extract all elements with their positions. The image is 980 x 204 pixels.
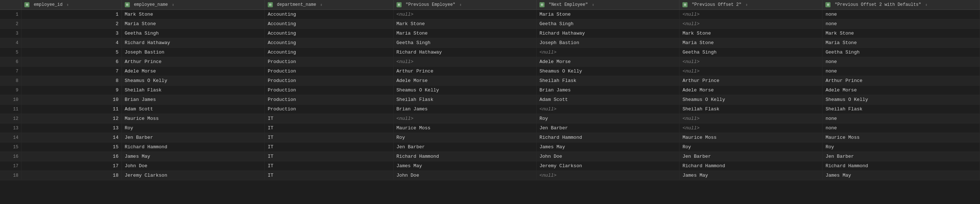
table-cell: none — [822, 67, 980, 76]
table-cell: Geetha Singh — [393, 38, 536, 48]
cell-value: 6 — [116, 59, 119, 64]
cell-value: Geetha Singh — [826, 50, 859, 55]
table-cell: Sheamus O Kelly — [393, 86, 536, 95]
cell-value: Maurice Moss — [396, 125, 431, 131]
table-cell: Sheilah Flask — [393, 95, 536, 104]
table-row: 1515Richard HammondITJen BarberJames May… — [0, 143, 980, 152]
row-number: 17 — [0, 161, 21, 171]
cell-value: 13 — [113, 125, 119, 131]
table-cell: James May — [679, 171, 822, 180]
col-label-prev-offset2: "Previous Offset 2" — [692, 2, 741, 7]
cell-value: Mark Stone — [826, 31, 854, 36]
null-value: <null> — [682, 21, 700, 27]
col-header-next-employee[interactable]: "Next Employee" ⇕ — [536, 0, 679, 10]
table-cell: Arthur Prince — [679, 76, 822, 86]
table-cell: Accounting — [264, 10, 393, 19]
cell-value: Maria Stone — [682, 40, 714, 45]
table-cell: <null> — [679, 57, 822, 67]
null-value: <null> — [539, 106, 557, 112]
col-header-prev-offset2-defaults[interactable]: "Previous Offset 2 with Defaults" ⇕ — [822, 0, 980, 10]
col-label-next-employee: "Next Employee" — [549, 2, 588, 7]
table-cell: IT — [264, 171, 393, 180]
table-cell: 11 — [21, 104, 121, 114]
table-cell: Mark Stone — [822, 29, 980, 38]
column-type-icon — [24, 2, 29, 7]
table-cell: <null> — [536, 104, 679, 114]
table-cell: 14 — [21, 133, 121, 143]
sort-icon: ⇕ — [172, 3, 174, 7]
table-cell: none — [822, 10, 980, 19]
table-cell: Jeremy Clarkson — [121, 171, 264, 180]
col-header-prev-employee[interactable]: "Previous Employee" ⇕ — [393, 0, 536, 10]
table-cell: 10 — [21, 95, 121, 104]
null-value: <null> — [682, 125, 700, 131]
cell-value: IT — [268, 163, 274, 169]
row-number: 12 — [0, 114, 21, 124]
cell-value: 1 — [116, 12, 119, 17]
table-cell: <null> — [536, 48, 679, 57]
table-cell: Sheamus O Kelly — [536, 67, 679, 76]
row-number: 16 — [0, 152, 21, 161]
table-cell: Richard Hammond — [679, 161, 822, 171]
null-value: <null> — [682, 69, 700, 74]
table-cell: Sheilah Flask — [536, 76, 679, 86]
table-cell: 12 — [21, 114, 121, 124]
cell-value: Arthur Prince — [125, 59, 162, 64]
table-cell: 18 — [21, 171, 121, 180]
cell-value: Sheamus O Kelly — [125, 78, 167, 84]
table-cell: <null> — [536, 171, 679, 180]
table-cell: <null> — [679, 124, 822, 133]
cell-value: Accounting — [268, 50, 296, 55]
row-number: 15 — [0, 143, 21, 152]
row-number: 4 — [0, 38, 21, 48]
cell-value: Geetha Singh — [682, 50, 717, 55]
cell-value: none — [826, 59, 837, 64]
cell-value: Maria Stone — [396, 31, 428, 36]
cell-value: none — [826, 116, 837, 121]
table-cell: Production — [264, 57, 393, 67]
table-row: 1616James MayITRichard HammondJohn DoeJe… — [0, 152, 980, 161]
col-label-department: department_name — [277, 2, 316, 7]
col-header-employee-id[interactable]: employee_id ⇕ — [21, 0, 121, 10]
cell-value: IT — [268, 116, 274, 121]
cell-value: none — [826, 12, 837, 17]
cell-value: Jen Barber — [539, 125, 568, 131]
data-table: employee_id ⇕ employee_name ⇕ department… — [0, 0, 980, 180]
cell-value: Richard Hammond — [539, 135, 582, 140]
col-header-department[interactable]: department_name ⇕ — [264, 0, 393, 10]
table-cell: Roy — [536, 114, 679, 124]
col-header-rownum — [0, 0, 21, 10]
table-cell: IT — [264, 133, 393, 143]
column-type-icon — [539, 2, 544, 7]
column-type-icon — [396, 2, 402, 7]
cell-value: John Doe — [125, 163, 147, 169]
cell-value: Jen Barber — [125, 135, 153, 140]
cell-value: John Doe — [396, 173, 419, 178]
table-cell: James May — [822, 171, 980, 180]
col-header-employee-name[interactable]: employee_name ⇕ — [121, 0, 264, 10]
table-cell: <null> — [393, 57, 536, 67]
table-cell: Sheamus O Kelly — [121, 76, 264, 86]
table-cell: Brian James — [536, 86, 679, 95]
table-cell: Production — [264, 86, 393, 95]
cell-value: Geetha Singh — [539, 21, 574, 27]
cell-value: Richard Hammond — [396, 154, 439, 159]
table-cell: none — [822, 19, 980, 29]
cell-value: Production — [268, 59, 296, 64]
col-header-prev-offset2[interactable]: "Previous Offset 2" ⇕ — [679, 0, 822, 10]
table-cell: Accounting — [264, 29, 393, 38]
cell-value: none — [826, 21, 837, 27]
sort-icon: ⇕ — [745, 3, 748, 7]
row-number: 11 — [0, 104, 21, 114]
cell-value: Roy — [682, 144, 691, 150]
table-cell: Production — [264, 67, 393, 76]
table-cell: Roy — [121, 124, 264, 133]
table-cell: <null> — [679, 114, 822, 124]
row-number: 14 — [0, 133, 21, 143]
cell-value: Richard Hammond — [125, 144, 167, 150]
cell-value: John Doe — [539, 154, 562, 159]
cell-value: 10 — [113, 97, 119, 102]
table-cell: Accounting — [264, 48, 393, 57]
row-number: 9 — [0, 86, 21, 95]
table-cell: John Doe — [393, 171, 536, 180]
